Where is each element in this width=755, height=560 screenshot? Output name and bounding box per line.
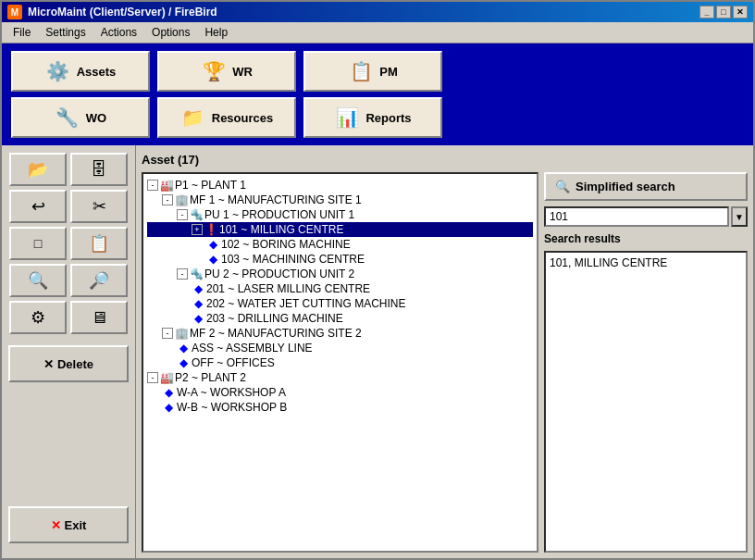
tree-item-label: 103 ~ MACHINING CENTRE bbox=[221, 253, 365, 266]
toolbar-row-1: ⚙️ Assets 🏆 WR 📋 PM bbox=[11, 51, 744, 92]
content-split: - 🏭 P1 ~ PLANT 1 - 🏢 MF 1 ~ MANUFACTURIN… bbox=[142, 172, 748, 553]
tree-item[interactable]: ◆ OFF ~ OFFICES bbox=[147, 355, 533, 370]
database-button[interactable]: 🗄 bbox=[70, 153, 128, 186]
menu-actions[interactable]: Actions bbox=[93, 24, 144, 41]
zoom-in-button[interactable]: 🔍 bbox=[9, 264, 67, 297]
expand-icon[interactable]: - bbox=[162, 194, 173, 205]
menu-help[interactable]: Help bbox=[197, 24, 235, 41]
tree-item[interactable]: ◆ 203 ~ DRILLING MACHINE bbox=[147, 311, 533, 326]
plant-icon: 🏭 bbox=[160, 371, 173, 384]
copy-button[interactable]: 📋 bbox=[70, 227, 128, 260]
main-window: M MicroMaint (Client/Server) / FireBird … bbox=[0, 0, 755, 560]
maximize-button[interactable]: □ bbox=[716, 6, 731, 19]
tree-item[interactable]: - 🏭 P1 ~ PLANT 1 bbox=[147, 178, 533, 193]
tree-item[interactable]: - 🏭 P2 ~ PLANT 2 bbox=[147, 370, 533, 385]
tree-item-label: 202 ~ WATER JET CUTTING MACHINE bbox=[206, 297, 405, 310]
zoom-out-button[interactable]: 🔎 bbox=[70, 264, 128, 297]
tree-item[interactable]: - 🔩 PU 1 ~ PRODUCTION UNIT 1 bbox=[147, 207, 533, 222]
exit-icon: ✕ bbox=[51, 518, 61, 532]
undo-button[interactable]: ↩ bbox=[9, 190, 67, 223]
resources-button[interactable]: 📁 Resources bbox=[157, 97, 296, 138]
close-button[interactable]: ✕ bbox=[733, 6, 748, 19]
asset-icon: ◆ bbox=[206, 238, 219, 251]
tree-item-label: P1 ~ PLANT 1 bbox=[175, 179, 246, 192]
asset-icon: ◆ bbox=[162, 401, 175, 414]
tree-item[interactable]: - 🔩 PU 2 ~ PRODUCTION UNIT 2 bbox=[147, 267, 533, 281]
content-area: 📂 🗄 ↩ ✂ □ 📋 🔍 🔎 ⚙ 🖥 ✕ Delete bbox=[2, 145, 753, 558]
gear-button[interactable]: ⚙ bbox=[9, 301, 67, 334]
asset-icon: ◆ bbox=[192, 312, 204, 325]
title-bar: M MicroMaint (Client/Server) / FireBird … bbox=[2, 2, 753, 22]
search-result-item[interactable]: 101, MILLING CENTRE bbox=[550, 256, 742, 269]
wr-icon: 🏆 bbox=[201, 58, 227, 84]
tree-item[interactable]: ◆ 202 ~ WATER JET CUTTING MACHINE bbox=[147, 296, 533, 311]
tree-item-label: PU 1 ~ PRODUCTION UNIT 1 bbox=[204, 208, 354, 221]
simplified-search-button[interactable]: 🔍 Simplified search bbox=[544, 172, 748, 201]
asset-icon: ◆ bbox=[177, 356, 190, 369]
asset-icon: ◆ bbox=[162, 386, 175, 399]
search-results-box: 101, MILLING CENTRE bbox=[544, 251, 748, 553]
site-icon: 🏢 bbox=[175, 193, 188, 206]
window-title: MicroMaint (Client/Server) / FireBird bbox=[28, 6, 217, 19]
assets-icon: ⚙️ bbox=[45, 58, 71, 84]
expand-icon[interactable]: + bbox=[192, 224, 203, 235]
expand-icon[interactable]: - bbox=[177, 209, 188, 220]
tree-item[interactable]: ◆ 102 ~ BORING MACHINE bbox=[147, 237, 533, 252]
delete-icon: ✕ bbox=[43, 357, 54, 371]
reports-button[interactable]: 📊 Reports bbox=[303, 97, 442, 138]
monitor-button[interactable]: 🖥 bbox=[70, 301, 128, 334]
menu-settings[interactable]: Settings bbox=[38, 24, 93, 41]
expand-icon[interactable]: - bbox=[177, 268, 188, 280]
asset-icon: ◆ bbox=[177, 342, 190, 355]
wo-button[interactable]: 🔧 WO bbox=[11, 97, 150, 138]
simplified-search-label: Simplified search bbox=[576, 180, 675, 193]
menu-options[interactable]: Options bbox=[144, 24, 197, 41]
tree-item[interactable]: ◆ W-A ~ WORKSHOP A bbox=[147, 385, 533, 400]
expand-icon[interactable]: - bbox=[162, 328, 173, 339]
reports-icon: 📊 bbox=[334, 105, 360, 131]
toolbar-area: ⚙️ Assets 🏆 WR 📋 PM 🔧 WO 📁 Resources bbox=[2, 44, 753, 145]
tree-item-label: MF 1 ~ MANUFACTURING SITE 1 bbox=[190, 193, 362, 206]
unit-icon: 🔩 bbox=[190, 268, 203, 280]
tree-item-label: ASS ~ ASSEMBLY LINE bbox=[192, 342, 313, 355]
asset-warning-icon: ❗ bbox=[204, 223, 217, 236]
tree-item-label: 201 ~ LASER MILLING CENTRE bbox=[206, 282, 370, 295]
tree-item[interactable]: ◆ ASS ~ ASSEMBLY LINE bbox=[147, 341, 533, 355]
scissors-button[interactable]: ✂ bbox=[70, 190, 128, 223]
blank-button[interactable]: □ bbox=[9, 227, 67, 260]
tree-item[interactable]: - 🏢 MF 2 ~ MANUFACTURING SITE 2 bbox=[147, 326, 533, 341]
tree-item[interactable]: ◆ 201 ~ LASER MILLING CENTRE bbox=[147, 281, 533, 296]
tree-item-label: P2 ~ PLANT 2 bbox=[175, 371, 246, 384]
expand-icon[interactable]: - bbox=[147, 180, 158, 191]
reports-label: Reports bbox=[365, 111, 411, 125]
asset-title: Asset (17) bbox=[142, 151, 748, 168]
asset-icon: ◆ bbox=[192, 297, 204, 310]
minimize-button[interactable]: _ bbox=[699, 6, 714, 19]
menu-file[interactable]: File bbox=[6, 24, 38, 41]
asset-icon: ◆ bbox=[192, 282, 204, 295]
pm-button[interactable]: 📋 PM bbox=[303, 51, 442, 92]
pm-label: PM bbox=[379, 65, 398, 79]
app-icon: M bbox=[7, 5, 22, 19]
plant-icon: 🏭 bbox=[160, 179, 173, 192]
search-input[interactable] bbox=[544, 206, 729, 227]
site-icon: 🏢 bbox=[175, 327, 188, 340]
tree-item[interactable]: ◆ 103 ~ MACHINING CENTRE bbox=[147, 252, 533, 267]
open-folder-button[interactable]: 📂 bbox=[9, 153, 67, 186]
toolbar-row-2: 🔧 WO 📁 Resources 📊 Reports bbox=[11, 97, 744, 138]
delete-label: Delete bbox=[57, 357, 93, 371]
wr-button[interactable]: 🏆 WR bbox=[157, 51, 296, 92]
wr-label: WR bbox=[232, 65, 253, 79]
exit-button[interactable]: ✕ Exit bbox=[8, 506, 129, 543]
tree-item-selected[interactable]: + ❗ 101 ~ MILLING CENTRE bbox=[147, 222, 533, 237]
expand-icon[interactable]: - bbox=[147, 372, 158, 383]
dropdown-button[interactable]: ▼ bbox=[731, 206, 748, 227]
unit-icon: 🔩 bbox=[190, 208, 203, 221]
tree-panel[interactable]: - 🏭 P1 ~ PLANT 1 - 🏢 MF 1 ~ MANUFACTURIN… bbox=[142, 172, 538, 553]
tree-item[interactable]: ◆ W-B ~ WORKSHOP B bbox=[147, 400, 533, 415]
tree-item-label: MF 2 ~ MANUFACTURING SITE 2 bbox=[190, 327, 362, 340]
delete-button[interactable]: ✕ Delete bbox=[8, 345, 129, 382]
tree-item-label: OFF ~ OFFICES bbox=[192, 356, 275, 369]
tree-item[interactable]: - 🏢 MF 1 ~ MANUFACTURING SITE 1 bbox=[147, 193, 533, 207]
assets-button[interactable]: ⚙️ Assets bbox=[11, 51, 150, 92]
